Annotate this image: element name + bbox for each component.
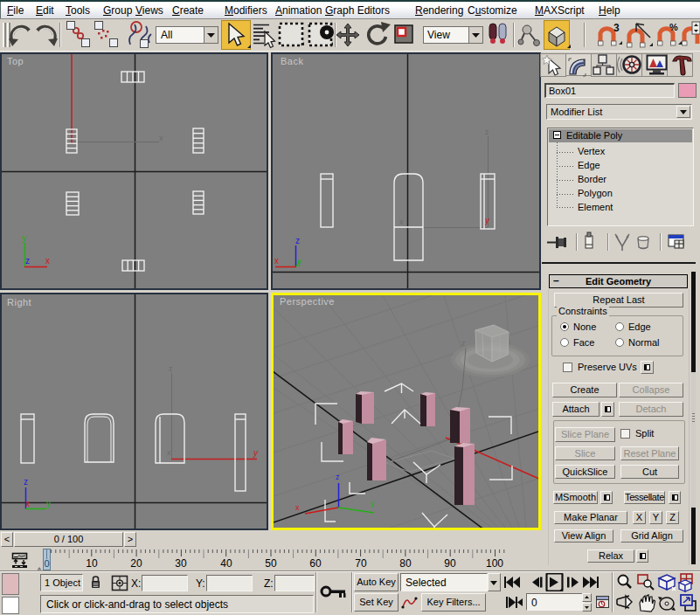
- svg-text:20: 20: [130, 557, 142, 570]
- svg-text:70: 70: [355, 557, 367, 570]
- svg-text:%: %: [669, 22, 678, 32]
- svg-text:z: z: [485, 128, 489, 136]
- svg-text:z: z: [336, 473, 340, 481]
- svg-text:y: y: [371, 499, 375, 508]
- svg-text:y: y: [253, 448, 259, 458]
- svg-text:x: x: [167, 448, 171, 457]
- svg-text:x: x: [295, 503, 300, 512]
- svg-text:x: x: [274, 256, 279, 266]
- svg-text:y: y: [484, 216, 490, 225]
- svg-text:0: 0: [44, 558, 49, 569]
- svg-text:100: 100: [486, 557, 503, 570]
- svg-text:10: 10: [86, 557, 98, 570]
- svg-text:x: x: [25, 499, 30, 508]
- svg-text:View: View: [427, 29, 450, 41]
- svg-text:x: x: [45, 256, 50, 266]
- svg-text:60: 60: [309, 557, 322, 570]
- svg-text:90: 90: [444, 557, 456, 570]
- svg-text:50: 50: [265, 557, 277, 570]
- svg-text:z: z: [24, 477, 28, 487]
- svg-text:z: z: [461, 339, 466, 348]
- svg-text:30: 30: [175, 557, 187, 570]
- svg-text:80: 80: [399, 557, 412, 570]
- svg-text:z: z: [169, 364, 173, 373]
- svg-text:y: y: [22, 233, 26, 243]
- svg-text:y: y: [46, 499, 51, 508]
- svg-text:x: x: [399, 218, 404, 226]
- svg-text:All: All: [161, 29, 172, 41]
- svg-text:z: z: [295, 236, 300, 245]
- svg-text:40: 40: [220, 557, 232, 570]
- svg-text:z: z: [25, 256, 30, 266]
- svg-text:3: 3: [613, 22, 620, 34]
- svg-text:y: y: [297, 257, 301, 266]
- svg-text:x: x: [159, 134, 163, 142]
